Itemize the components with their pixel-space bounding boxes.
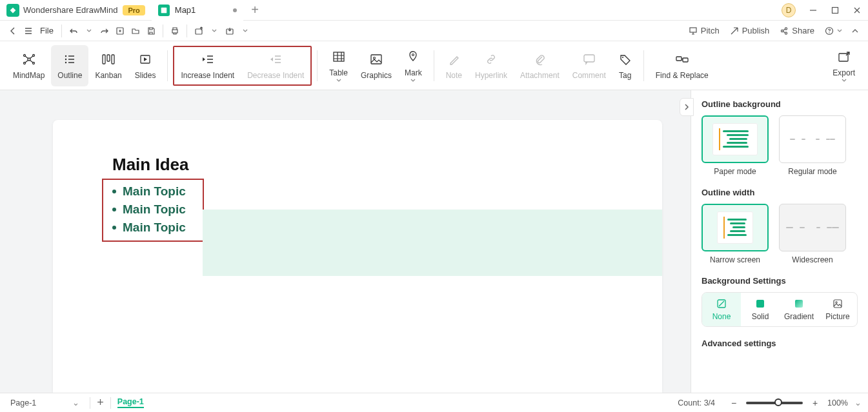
- chevron-down-icon[interactable]: [81, 23, 97, 39]
- increase-indent-button[interactable]: Increase Indent: [174, 47, 241, 84]
- back-button[interactable]: [5, 23, 21, 39]
- zoom-out-button[interactable]: −: [728, 397, 740, 409]
- narrow-screen-label: Narrow screen: [710, 255, 760, 264]
- comment-button[interactable]: Comment: [566, 45, 612, 86]
- zoom-in-button[interactable]: +: [809, 397, 821, 409]
- page-selector[interactable]: Page-1 ⌄: [6, 398, 83, 407]
- document-icon: [158, 5, 170, 16]
- slides-icon: [139, 52, 152, 67]
- zoom-slider-thumb[interactable]: [774, 398, 782, 406]
- menu-button[interactable]: [21, 23, 36, 39]
- paper-mode-option[interactable]: Paper mode: [701, 115, 769, 176]
- bg-none-label: None: [712, 312, 731, 321]
- background-settings-options: None Solid Gradient Picture: [701, 292, 858, 327]
- mindmap-view-button[interactable]: MindMap: [6, 45, 51, 86]
- svg-point-19: [65, 61, 66, 63]
- widescreen-label: Widescreen: [792, 255, 833, 264]
- tag-button[interactable]: Tag: [612, 45, 638, 86]
- user-avatar[interactable]: D: [782, 3, 796, 17]
- pitch-button[interactable]: Pitch: [689, 26, 720, 35]
- save-button[interactable]: [143, 23, 159, 39]
- chevron-down-icon[interactable]: [207, 23, 222, 39]
- graphics-label: Graphics: [361, 71, 392, 80]
- note-label: Note: [446, 71, 462, 80]
- share-icon: [780, 26, 789, 35]
- document-tab[interactable]: Map1: [152, 0, 244, 21]
- increase-indent-label: Increase Indent: [181, 71, 234, 80]
- decrease-indent-button[interactable]: Decrease Indent: [241, 47, 310, 84]
- chevron-down-icon[interactable]: ⌄: [854, 398, 862, 407]
- outline-topic[interactable]: Main Topic: [103, 201, 203, 219]
- close-button[interactable]: [849, 2, 865, 19]
- narrow-screen-option[interactable]: Narrow screen: [701, 204, 769, 264]
- find-replace-button[interactable]: Find & Replace: [649, 45, 715, 86]
- bg-gradient-option[interactable]: Gradient: [780, 293, 818, 326]
- hyperlink-label: Hyperlink: [475, 71, 507, 80]
- svg-rect-24: [334, 52, 344, 61]
- export-icon: [838, 49, 851, 64]
- bullet-icon: [112, 190, 116, 193]
- print-button[interactable]: [167, 23, 183, 39]
- add-page-button[interactable]: +: [97, 396, 104, 409]
- app-name: Wondershare EdrawMind: [23, 5, 117, 15]
- mark-button[interactable]: Mark: [398, 45, 429, 86]
- bg-none-option[interactable]: None: [702, 293, 741, 326]
- active-page-tab[interactable]: Page-1: [117, 397, 144, 408]
- advanced-settings-title[interactable]: Advanced settings: [701, 338, 858, 348]
- outline-view-button[interactable]: Outline: [51, 45, 88, 86]
- topic-label: Main Topic: [123, 202, 186, 217]
- outline-topic[interactable]: Main Topic: [103, 219, 203, 237]
- export-share-button[interactable]: [191, 23, 207, 39]
- paper-mode-label: Paper mode: [714, 167, 756, 176]
- kanban-label: Kanban: [95, 71, 121, 80]
- paper-mode-thumb: [701, 115, 769, 163]
- outline-label: Outline: [57, 71, 82, 80]
- outline-topic[interactable]: Main Topic: [103, 182, 203, 201]
- bg-picture-option[interactable]: Picture: [818, 293, 857, 326]
- comment-label: Comment: [572, 71, 606, 80]
- publish-button[interactable]: Publish: [730, 26, 770, 35]
- zoom-value[interactable]: 100%: [827, 398, 848, 407]
- mindmap-label: MindMap: [13, 71, 45, 80]
- export-button[interactable]: Export: [826, 45, 862, 86]
- open-button[interactable]: [128, 23, 143, 39]
- note-button[interactable]: Note: [439, 45, 469, 86]
- table-label: Table: [329, 68, 348, 77]
- svg-rect-25: [371, 55, 381, 64]
- table-button[interactable]: Table: [323, 45, 354, 86]
- zoom-slider[interactable]: [746, 402, 803, 404]
- redo-button[interactable]: [97, 23, 112, 39]
- file-menu[interactable]: File: [40, 26, 54, 35]
- help-button[interactable]: [825, 26, 842, 35]
- collapse-panel-button[interactable]: [680, 98, 694, 116]
- regular-mode-option[interactable]: Regular mode: [779, 115, 846, 176]
- undo-button[interactable]: [66, 23, 81, 39]
- collapse-ribbon-button[interactable]: [847, 23, 863, 39]
- kanban-view-button[interactable]: Kanban: [88, 45, 128, 86]
- unsaved-dot-icon: [233, 8, 237, 12]
- increase-indent-icon: [201, 52, 214, 67]
- mark-icon: [407, 49, 419, 64]
- minimize-button[interactable]: [805, 2, 822, 19]
- import-button[interactable]: [222, 23, 237, 39]
- decrease-indent-label: Decrease Indent: [247, 71, 304, 80]
- svg-point-37: [836, 302, 837, 303]
- main-idea-title[interactable]: Main Idea: [112, 155, 662, 175]
- slides-view-button[interactable]: Slides: [128, 45, 163, 86]
- share-button[interactable]: Share: [780, 26, 814, 35]
- comment-icon: [583, 52, 596, 67]
- canvas[interactable]: Main Idea Main Topic Main Topic Main Top…: [0, 90, 691, 393]
- share-label: Share: [792, 26, 814, 35]
- bg-solid-option[interactable]: Solid: [741, 293, 780, 326]
- hyperlink-button[interactable]: Hyperlink: [469, 45, 514, 86]
- svg-rect-21: [107, 55, 110, 61]
- regular-mode-thumb: [779, 115, 846, 163]
- chevron-down-icon[interactable]: [237, 23, 253, 39]
- add-tab-button[interactable]: +: [251, 3, 259, 17]
- widescreen-option[interactable]: Widescreen: [779, 204, 846, 264]
- new-file-button[interactable]: [112, 23, 128, 39]
- background-settings-title: Background Settings: [701, 276, 858, 286]
- graphics-button[interactable]: Graphics: [354, 45, 398, 86]
- attachment-button[interactable]: Attachment: [514, 45, 566, 86]
- maximize-button[interactable]: [827, 2, 843, 19]
